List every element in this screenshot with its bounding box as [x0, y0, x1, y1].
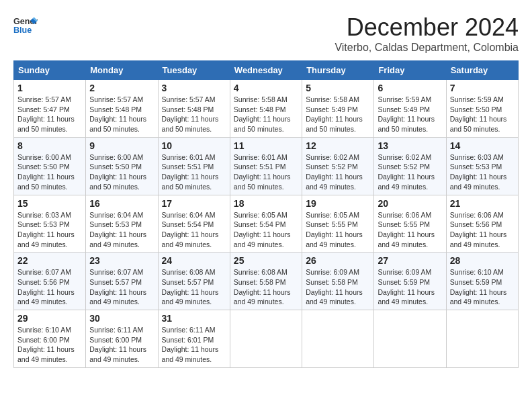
calendar-week-4: 22Sunrise: 6:07 AM Sunset: 5:56 PM Dayli… [14, 253, 519, 310]
day-number: 16 [89, 198, 154, 209]
calendar-header-row: SundayMondayTuesdayWednesdayThursdayFrid… [14, 61, 519, 80]
calendar-cell: 21Sunrise: 6:06 AM Sunset: 5:56 PM Dayli… [446, 195, 518, 253]
day-info: Sunrise: 5:57 AM Sunset: 5:48 PM Dayligh… [89, 95, 154, 134]
day-number: 13 [378, 140, 442, 151]
day-info: Sunrise: 6:05 AM Sunset: 5:54 PM Dayligh… [234, 210, 298, 250]
day-number: 27 [378, 255, 442, 266]
calendar-cell: 2Sunrise: 5:57 AM Sunset: 5:48 PM Daylig… [86, 80, 158, 138]
calendar-cell: 26Sunrise: 6:09 AM Sunset: 5:58 PM Dayli… [302, 253, 374, 310]
day-info: Sunrise: 5:57 AM Sunset: 5:47 PM Dayligh… [17, 95, 82, 134]
calendar-week-5: 29Sunrise: 6:10 AM Sunset: 6:00 PM Dayli… [14, 310, 519, 368]
day-number: 14 [450, 140, 515, 151]
calendar-cell: 19Sunrise: 6:05 AM Sunset: 5:55 PM Dayli… [302, 195, 374, 253]
calendar-cell: 15Sunrise: 6:03 AM Sunset: 5:53 PM Dayli… [14, 195, 86, 253]
calendar-header-wednesday: Wednesday [230, 61, 302, 80]
day-number: 23 [89, 255, 154, 266]
calendar-cell: 31Sunrise: 6:11 AM Sunset: 6:01 PM Dayli… [158, 310, 230, 368]
day-number: 29 [17, 313, 82, 324]
day-info: Sunrise: 6:02 AM Sunset: 5:52 PM Dayligh… [306, 152, 370, 192]
day-number: 24 [162, 255, 226, 266]
day-info: Sunrise: 6:03 AM Sunset: 5:53 PM Dayligh… [17, 210, 82, 250]
calendar-cell: 9Sunrise: 6:00 AM Sunset: 5:50 PM Daylig… [86, 137, 158, 195]
day-info: Sunrise: 5:58 AM Sunset: 5:49 PM Dayligh… [306, 95, 370, 134]
calendar-cell: 20Sunrise: 6:06 AM Sunset: 5:55 PM Dayli… [374, 195, 446, 253]
page-subtitle: Viterbo, Caldas Department, Colombia [335, 42, 519, 54]
calendar-cell: 6Sunrise: 5:59 AM Sunset: 5:49 PM Daylig… [374, 80, 446, 138]
day-info: Sunrise: 6:07 AM Sunset: 5:56 PM Dayligh… [17, 267, 82, 307]
calendar-cell: 18Sunrise: 6:05 AM Sunset: 5:54 PM Dayli… [230, 195, 302, 253]
day-number: 19 [306, 198, 370, 209]
day-info: Sunrise: 5:58 AM Sunset: 5:48 PM Dayligh… [234, 95, 298, 134]
calendar-week-3: 15Sunrise: 6:03 AM Sunset: 5:53 PM Dayli… [14, 195, 519, 253]
calendar-header-thursday: Thursday [302, 61, 374, 80]
calendar-cell: 1Sunrise: 5:57 AM Sunset: 5:47 PM Daylig… [14, 80, 86, 138]
day-info: Sunrise: 6:08 AM Sunset: 5:57 PM Dayligh… [162, 267, 226, 307]
day-info: Sunrise: 6:00 AM Sunset: 5:50 PM Dayligh… [89, 152, 154, 192]
day-info: Sunrise: 5:57 AM Sunset: 5:48 PM Dayligh… [162, 95, 226, 134]
calendar-cell: 13Sunrise: 6:02 AM Sunset: 5:52 PM Dayli… [374, 137, 446, 195]
day-number: 3 [162, 83, 226, 93]
calendar-cell: 17Sunrise: 6:04 AM Sunset: 5:54 PM Dayli… [158, 195, 230, 253]
day-info: Sunrise: 6:03 AM Sunset: 5:53 PM Dayligh… [450, 152, 515, 192]
calendar-cell: 24Sunrise: 6:08 AM Sunset: 5:57 PM Dayli… [158, 253, 230, 310]
day-number: 20 [378, 198, 442, 209]
day-number: 2 [89, 83, 154, 93]
day-number: 4 [234, 83, 298, 93]
calendar-cell: 14Sunrise: 6:03 AM Sunset: 5:53 PM Dayli… [446, 137, 518, 195]
calendar-cell: 3Sunrise: 5:57 AM Sunset: 5:48 PM Daylig… [158, 80, 230, 138]
day-number: 1 [17, 83, 82, 93]
day-info: Sunrise: 6:07 AM Sunset: 5:57 PM Dayligh… [89, 267, 154, 307]
day-number: 7 [450, 83, 515, 93]
calendar-cell: 22Sunrise: 6:07 AM Sunset: 5:56 PM Dayli… [14, 253, 86, 310]
day-number: 22 [17, 255, 82, 266]
day-number: 17 [162, 198, 226, 209]
day-number: 18 [234, 198, 298, 209]
calendar-cell [230, 310, 302, 368]
logo: General Blue [13, 13, 38, 38]
calendar-week-2: 8Sunrise: 6:00 AM Sunset: 5:50 PM Daylig… [14, 137, 519, 195]
day-info: Sunrise: 6:09 AM Sunset: 5:58 PM Dayligh… [306, 267, 370, 307]
day-number: 10 [162, 140, 226, 151]
calendar-cell: 5Sunrise: 5:58 AM Sunset: 5:49 PM Daylig… [302, 80, 374, 138]
logo-icon: General Blue [13, 13, 38, 38]
day-number: 15 [17, 198, 82, 209]
calendar-cell [374, 310, 446, 368]
day-info: Sunrise: 6:04 AM Sunset: 5:53 PM Dayligh… [89, 210, 154, 250]
calendar-cell: 8Sunrise: 6:00 AM Sunset: 5:50 PM Daylig… [14, 137, 86, 195]
calendar-cell: 25Sunrise: 6:08 AM Sunset: 5:58 PM Dayli… [230, 253, 302, 310]
calendar-cell [446, 310, 518, 368]
svg-text:Blue: Blue [13, 26, 32, 35]
calendar-week-1: 1Sunrise: 5:57 AM Sunset: 5:47 PM Daylig… [14, 80, 519, 138]
calendar-cell: 23Sunrise: 6:07 AM Sunset: 5:57 PM Dayli… [86, 253, 158, 310]
page-header: General Blue December 2024 Viterbo, Cald… [13, 13, 519, 54]
calendar-table: SundayMondayTuesdayWednesdayThursdayFrid… [13, 60, 519, 368]
calendar-cell: 28Sunrise: 6:10 AM Sunset: 5:59 PM Dayli… [446, 253, 518, 310]
calendar-cell: 27Sunrise: 6:09 AM Sunset: 5:59 PM Dayli… [374, 253, 446, 310]
calendar-cell: 12Sunrise: 6:02 AM Sunset: 5:52 PM Dayli… [302, 137, 374, 195]
day-info: Sunrise: 6:01 AM Sunset: 5:51 PM Dayligh… [162, 152, 226, 192]
day-number: 9 [89, 140, 154, 151]
day-number: 25 [234, 255, 298, 266]
day-info: Sunrise: 6:10 AM Sunset: 5:59 PM Dayligh… [450, 267, 515, 307]
day-number: 30 [89, 313, 154, 324]
day-number: 28 [450, 255, 515, 266]
day-number: 26 [306, 255, 370, 266]
calendar-cell: 11Sunrise: 6:01 AM Sunset: 5:51 PM Dayli… [230, 137, 302, 195]
day-number: 12 [306, 140, 370, 151]
calendar-cell: 29Sunrise: 6:10 AM Sunset: 6:00 PM Dayli… [14, 310, 86, 368]
calendar-header-saturday: Saturday [446, 61, 518, 80]
day-number: 5 [306, 83, 370, 93]
calendar-cell: 30Sunrise: 6:11 AM Sunset: 6:00 PM Dayli… [86, 310, 158, 368]
day-info: Sunrise: 6:05 AM Sunset: 5:55 PM Dayligh… [306, 210, 370, 250]
title-block: December 2024 Viterbo, Caldas Department… [335, 13, 519, 54]
calendar-header-monday: Monday [86, 61, 158, 80]
day-info: Sunrise: 6:10 AM Sunset: 6:00 PM Dayligh… [17, 325, 82, 365]
day-info: Sunrise: 6:02 AM Sunset: 5:52 PM Dayligh… [378, 152, 442, 192]
day-info: Sunrise: 5:59 AM Sunset: 5:50 PM Dayligh… [450, 95, 515, 134]
day-number: 6 [378, 83, 442, 93]
calendar-header-tuesday: Tuesday [158, 61, 230, 80]
day-info: Sunrise: 6:08 AM Sunset: 5:58 PM Dayligh… [234, 267, 298, 307]
day-info: Sunrise: 6:00 AM Sunset: 5:50 PM Dayligh… [17, 152, 82, 192]
calendar-cell: 7Sunrise: 5:59 AM Sunset: 5:50 PM Daylig… [446, 80, 518, 138]
day-info: Sunrise: 6:04 AM Sunset: 5:54 PM Dayligh… [162, 210, 226, 250]
